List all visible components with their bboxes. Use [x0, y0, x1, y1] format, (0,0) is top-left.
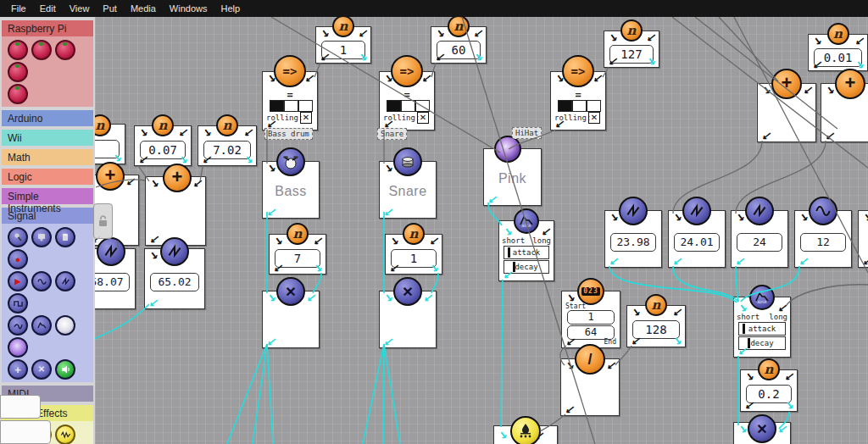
- signal-multiply-icon[interactable]: ✕: [31, 359, 52, 380]
- menu-edit[interactable]: Edit: [34, 2, 62, 15]
- saw-osc-box[interactable]: 65.02: [144, 248, 205, 309]
- inlet-icon[interactable]: [389, 236, 398, 247]
- osc-pitch-value[interactable]: 24.01: [674, 233, 720, 252]
- rolling-checkbox[interactable]: ✕: [300, 112, 312, 124]
- record-icon[interactable]: ●: [8, 249, 28, 269]
- inlet-icon[interactable]: [304, 73, 314, 84]
- signal-outlet-icon[interactable]: [487, 194, 497, 205]
- counter-box[interactable]: 023 Start 1 64 End: [561, 291, 620, 348]
- square-osc-icon[interactable]: [8, 293, 28, 314]
- inlet-icon[interactable]: [784, 371, 793, 382]
- inlet-icon[interactable]: [609, 212, 618, 223]
- signal-inlet-icon[interactable]: [498, 430, 507, 441]
- signal-outlet-icon[interactable]: [148, 297, 158, 308]
- number-box[interactable]: 60: [431, 26, 487, 64]
- outlet-icon[interactable]: [825, 130, 834, 142]
- divide-box[interactable]: [560, 358, 620, 416]
- inlet-icon[interactable]: [243, 127, 253, 138]
- signal-outlet-icon[interactable]: [784, 400, 793, 411]
- partial-box[interactable]: [0, 420, 51, 444]
- inlet-icon[interactable]: [608, 32, 617, 43]
- inlet-icon[interactable]: [798, 212, 808, 223]
- signal-outlet-icon[interactable]: [854, 59, 864, 70]
- osc-pitch-value[interactable]: 12: [800, 233, 846, 252]
- audio-out-icon[interactable]: [55, 359, 75, 380]
- adsr-box[interactable]: ADSR short long attack decay: [498, 220, 554, 281]
- add-box[interactable]: [821, 83, 868, 142]
- signal-outlet-icon[interactable]: [313, 263, 322, 274]
- signal-outlet-icon[interactable]: [609, 256, 618, 267]
- inlet-icon[interactable]: [862, 212, 868, 223]
- number-box[interactable]: 0.01: [808, 34, 868, 71]
- raspberry-pwm-icon[interactable]: [31, 40, 52, 60]
- inlet-icon[interactable]: [825, 85, 834, 96]
- outlet-icon[interactable]: [202, 154, 211, 165]
- inlet-icon[interactable]: [138, 127, 147, 138]
- inlet-icon[interactable]: [854, 36, 864, 47]
- adsr-icon[interactable]: [31, 315, 52, 336]
- inlet-icon[interactable]: [266, 163, 275, 174]
- amp-icon[interactable]: [31, 227, 52, 247]
- signal-inlet-icon[interactable]: [777, 424, 787, 435]
- snare-drum-box[interactable]: Snare: [379, 161, 437, 219]
- comment-tag[interactable]: Bass drum: [264, 128, 313, 140]
- saw-osc-box[interactable]: 24: [731, 210, 788, 268]
- inlet-icon[interactable]: [125, 176, 135, 187]
- inlet-icon[interactable]: [672, 212, 682, 223]
- menu-media[interactable]: Media: [125, 2, 162, 15]
- multiply-box[interactable]: [262, 291, 320, 348]
- menu-put[interactable]: Put: [97, 2, 123, 15]
- inlet-icon[interactable]: [383, 163, 392, 174]
- signal-outlet-icon[interactable]: [503, 269, 512, 280]
- lfo-icon[interactable]: [8, 315, 28, 336]
- attack-slider[interactable]: attack: [504, 246, 549, 259]
- outlet-icon[interactable]: [389, 263, 398, 274]
- distortion-icon[interactable]: [55, 425, 75, 444]
- outlet-icon[interactable]: [435, 52, 444, 63]
- inlet-icon[interactable]: [178, 127, 187, 138]
- raspberry-gpio-icon[interactable]: [8, 40, 28, 60]
- signal-outlet-icon[interactable]: [383, 207, 392, 218]
- outlet-icon[interactable]: [812, 59, 821, 70]
- number-box[interactable]: 128: [626, 305, 686, 347]
- sine-osc-icon[interactable]: [31, 271, 52, 291]
- signal-outlet-icon[interactable]: [672, 256, 682, 267]
- inlet-icon[interactable]: [761, 85, 771, 96]
- inlet-icon[interactable]: [565, 360, 574, 371]
- signal-outlet-icon[interactable]: [266, 336, 275, 347]
- pink-noise-box[interactable]: Pink: [483, 148, 542, 206]
- inlet-icon[interactable]: [646, 32, 655, 43]
- osc-pitch-value[interactable]: 24: [737, 233, 782, 252]
- signal-outlet-icon[interactable]: [266, 207, 275, 218]
- partial-box[interactable]: [858, 210, 868, 268]
- number-box[interactable]: 1: [315, 26, 371, 64]
- rolling-checkbox[interactable]: ✕: [417, 112, 429, 124]
- outlet-icon[interactable]: [744, 400, 754, 411]
- lock-toggle[interactable]: [93, 203, 113, 239]
- inlet-icon[interactable]: [202, 127, 211, 138]
- partial-box[interactable]: [0, 395, 41, 419]
- outlet-icon[interactable]: [273, 263, 282, 274]
- inlet-icon[interactable]: [358, 28, 367, 39]
- attack-slider[interactable]: attack: [738, 322, 786, 336]
- section-math[interactable]: Math: [2, 149, 93, 165]
- inlet-icon[interactable]: [812, 36, 821, 47]
- section-logic[interactable]: Logic: [2, 169, 93, 185]
- play-icon[interactable]: ▶: [8, 271, 28, 291]
- outlet-icon[interactable]: [149, 234, 159, 245]
- number-box[interactable]: 7.02: [198, 125, 257, 166]
- inlet-icon[interactable]: [744, 371, 754, 382]
- section-simple-instruments[interactable]: Simple Instruments: [2, 188, 93, 204]
- inlet-icon[interactable]: [148, 250, 158, 261]
- pink-noise-icon[interactable]: [8, 337, 28, 358]
- compare-box[interactable]: = rolling: ✕: [550, 71, 606, 130]
- outlet-icon[interactable]: [608, 56, 617, 67]
- inlet-icon[interactable]: [593, 73, 602, 84]
- inlet-icon[interactable]: [429, 236, 438, 247]
- outlet-icon[interactable]: [862, 256, 868, 267]
- outlet-icon[interactable]: [554, 119, 564, 130]
- threshold-display[interactable]: [387, 100, 430, 112]
- menu-help[interactable]: Help: [214, 2, 246, 15]
- number-box[interactable]: 7: [269, 234, 326, 275]
- menu-view[interactable]: View: [64, 2, 96, 15]
